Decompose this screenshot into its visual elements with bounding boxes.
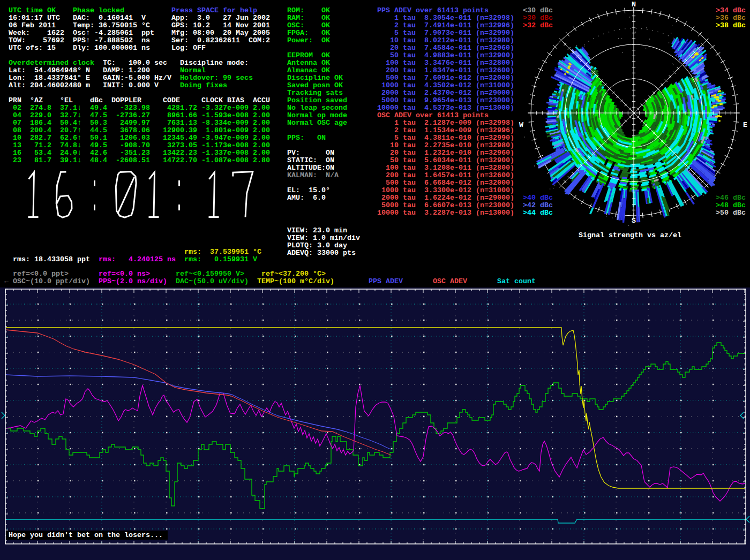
svg-text:S: S (632, 217, 636, 225)
svg-text:E: E (743, 121, 747, 129)
svg-text:N: N (632, 1, 636, 9)
svg-text:W: W (519, 121, 523, 129)
